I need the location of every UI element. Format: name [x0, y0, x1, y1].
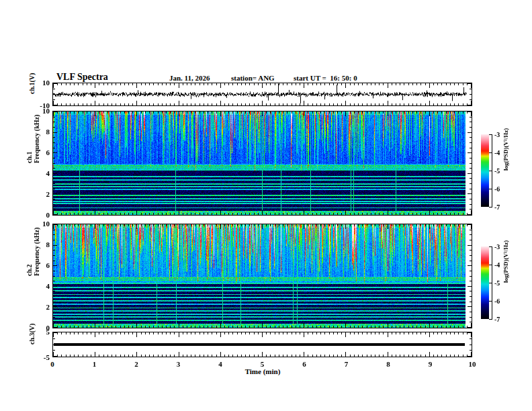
x-tick [107, 224, 108, 226]
x-tick [404, 224, 404, 226]
x-tick [212, 332, 212, 334]
y-tick [53, 356, 57, 357]
x-tick [216, 213, 217, 215]
x-tick [107, 332, 108, 334]
x-tick [388, 210, 388, 215]
y-tick [53, 204, 55, 205]
x-tick [287, 111, 287, 113]
x-tick [166, 355, 167, 357]
x-tick [400, 355, 400, 357]
x-tick [300, 224, 300, 226]
x-tick [262, 332, 263, 337]
x-tick [433, 213, 434, 215]
x-tick [158, 103, 159, 105]
x-tick [136, 224, 137, 229]
x-tick [396, 332, 396, 334]
y-tick [470, 142, 472, 143]
x-tick [91, 103, 91, 105]
x-tick [420, 83, 421, 85]
x-tick [388, 111, 388, 116]
freq-tick-label-ch2: 2 [34, 304, 50, 311]
x-tick [320, 326, 321, 328]
x-tick [446, 355, 447, 357]
x-tick [392, 111, 392, 113]
x-tick [254, 83, 255, 85]
x-tick [216, 83, 217, 85]
time-tick-label: 9 [420, 361, 441, 368]
ch1-waveform-panel [52, 83, 472, 106]
x-tick [212, 326, 212, 328]
x-tick [345, 83, 346, 88]
y-tick [53, 178, 55, 179]
x-tick [74, 213, 75, 215]
x-tick [400, 213, 400, 215]
x-tick [61, 224, 62, 226]
x-tick [245, 111, 246, 113]
x-tick [420, 332, 421, 334]
x-tick [200, 326, 200, 328]
x-tick [87, 224, 87, 226]
x-tick [350, 332, 351, 334]
x-tick [441, 224, 442, 226]
freq-tick-label-ch2: 4 [34, 283, 50, 290]
x-tick [270, 111, 271, 113]
x-tick [179, 224, 179, 229]
x-tick [78, 213, 79, 215]
x-tick [245, 355, 246, 357]
x-tick [245, 103, 246, 105]
x-tick [195, 213, 195, 215]
x-tick [441, 83, 442, 85]
x-tick [208, 326, 208, 328]
x-tick [270, 332, 271, 334]
x-tick [83, 83, 83, 85]
x-tick [441, 103, 442, 105]
colorbar-tick [489, 171, 492, 171]
x-tick [191, 326, 191, 328]
x-tick [162, 83, 163, 85]
x-tick [362, 103, 363, 105]
x-tick [116, 111, 116, 113]
date-label: Jan. 11, 2026 [169, 75, 210, 82]
colorbar-tick-label: -7 [494, 316, 500, 323]
x-tick [212, 355, 212, 357]
x-tick [195, 103, 195, 105]
x-tick [358, 355, 359, 357]
y-tick [53, 302, 55, 302]
x-tick [204, 111, 204, 113]
ch2-spectrogram-panel [52, 224, 472, 328]
x-tick [458, 355, 459, 357]
y-tick [470, 255, 472, 256]
x-tick [316, 83, 317, 85]
time-tick-label: 8 [378, 361, 398, 368]
x-tick [162, 326, 163, 328]
x-tick [383, 326, 384, 328]
x-tick [383, 224, 384, 226]
freq-tick-label-ch2: 10 [34, 220, 50, 228]
x-tick [279, 103, 279, 105]
x-tick [283, 224, 283, 226]
x-tick [383, 213, 384, 215]
x-tick [379, 111, 380, 113]
x-tick [57, 111, 58, 113]
freq-tick-label-ch2: 6 [34, 262, 50, 269]
x-tick [57, 213, 58, 215]
x-tick [95, 111, 95, 116]
x-tick [124, 332, 125, 334]
x-tick [149, 103, 150, 105]
x-tick [300, 83, 300, 85]
x-tick [324, 103, 325, 105]
x-tick [262, 352, 263, 357]
x-tick [61, 332, 62, 334]
colorbar-tick [489, 134, 492, 135]
x-tick [83, 103, 83, 105]
x-tick [136, 210, 137, 215]
x-tick [61, 213, 62, 215]
x-tick [224, 332, 225, 334]
x-tick [153, 83, 154, 85]
x-tick [228, 213, 229, 215]
colorbar-ch2 [481, 246, 489, 319]
y-tick [468, 332, 472, 333]
y-tick [53, 148, 55, 148]
y-tick [468, 327, 472, 328]
x-tick [107, 103, 108, 105]
